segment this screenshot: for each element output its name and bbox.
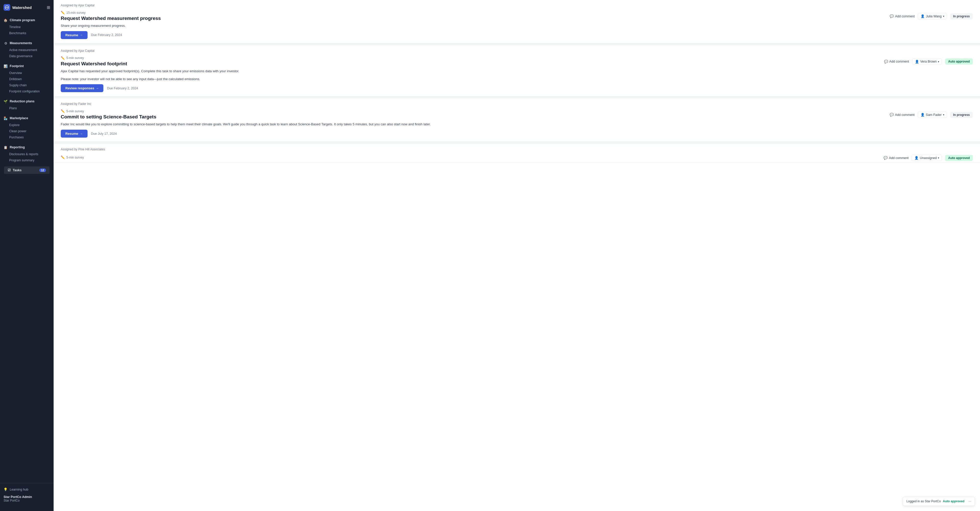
pencil-icon-4: ✏️ bbox=[61, 156, 65, 159]
task-1-add-comment[interactable]: 💬 Add comment bbox=[890, 14, 915, 18]
toast-logged-in-label: Logged in as Star PortCo bbox=[907, 500, 941, 503]
sidebar-item-active-measurement[interactable]: Active measurement bbox=[0, 47, 54, 53]
arrow-icon-1: → bbox=[80, 33, 83, 37]
sidebar-user: Star PortCo Admin Star PortCo bbox=[0, 493, 54, 505]
task-2-status: Auto approved bbox=[945, 59, 973, 65]
task-4-assignee[interactable]: 👤 Unassigned ▾ bbox=[912, 155, 942, 161]
task-3-due-date: Due July 17, 2024 bbox=[91, 132, 117, 135]
tasks-icon: ☑ bbox=[8, 168, 11, 172]
task-3-assignee[interactable]: 👤 Sam Fader ▾ bbox=[918, 111, 947, 118]
task-1-resume-button[interactable]: Resume → bbox=[61, 31, 88, 39]
task-2-assigned-by: Assigned by Ajax Capital bbox=[54, 45, 980, 53]
task-1-header: ✏️ 15-min survey Request Watershed measu… bbox=[54, 7, 980, 23]
sidebar-section-reporting: 📋 Reporting Disclosures & reports Progra… bbox=[0, 142, 54, 165]
task-card-4: Assigned by Pine Hill Associates ✏️ 5-mi… bbox=[54, 144, 980, 163]
task-2-actions: Review responses → Due February 2, 2024 bbox=[61, 84, 973, 92]
task-1-meta: 💬 Add comment 👤 Julia Wang ▾ In progress bbox=[890, 13, 973, 19]
pencil-icon-3: ✏️ bbox=[61, 109, 65, 113]
sidebar-item-drilldown[interactable]: Drilldown bbox=[0, 76, 54, 82]
pencil-icon-2: ✏️ bbox=[61, 56, 65, 60]
sidebar-section-reduction: 🌱 Reduction plans Plans bbox=[0, 96, 54, 113]
arrow-icon-2: → bbox=[96, 86, 99, 90]
task-1-title-area: ✏️ 15-min survey Request Watershed measu… bbox=[61, 11, 161, 22]
sidebar-item-tasks[interactable]: ☑ Tasks 12 bbox=[4, 166, 49, 174]
task-3-status: In progress bbox=[950, 112, 973, 118]
sidebar-item-explore[interactable]: Explore bbox=[0, 122, 54, 128]
sidebar-item-benchmarks[interactable]: Benchmarks bbox=[0, 30, 54, 36]
task-2-due-date: Due February 2, 2024 bbox=[107, 86, 138, 90]
sidebar-item-program-summary[interactable]: Program summary bbox=[0, 157, 54, 163]
sidebar-item-data-governance[interactable]: Data governance bbox=[0, 53, 54, 59]
sidebar-section-measurements: ⊙ Measurements Active measurement Data g… bbox=[0, 38, 54, 61]
task-2-assignee[interactable]: 👤 Vera Brown ▾ bbox=[912, 59, 942, 65]
leaf-icon: 🌱 bbox=[3, 99, 8, 103]
person-icon-1: 👤 bbox=[921, 14, 924, 18]
task-1-due-date: Due February 2, 2024 bbox=[91, 33, 122, 37]
sidebar-item-clean-power[interactable]: Clean power bbox=[0, 128, 54, 134]
comment-icon-4: 💬 bbox=[883, 156, 888, 160]
logged-in-toast: Logged in as Star PortCo Auto approved ·… bbox=[903, 497, 975, 506]
task-2-header: ✏️ 5-min survey Request Watershed footpr… bbox=[54, 53, 980, 68]
task-1-actions: Resume → Due February 2, 2024 bbox=[61, 31, 973, 39]
sidebar-logo-text: Watershed bbox=[12, 5, 32, 10]
task-3-title-area: ✏️ 5-min survey Commit to setting Scienc… bbox=[61, 109, 156, 120]
store-icon: 🏪 bbox=[3, 116, 8, 120]
sidebar-item-marketplace[interactable]: 🏪 Marketplace bbox=[0, 115, 54, 122]
comment-icon-2: 💬 bbox=[884, 60, 888, 64]
task-1-description: Share your ongoing measurement progress. bbox=[61, 23, 973, 29]
task-card-3: Assigned by Fader Inc ✏️ 5-min survey Co… bbox=[54, 99, 980, 142]
sidebar-item-footprint-config[interactable]: Footprint configuration bbox=[0, 88, 54, 94]
learning-hub-icon: 💡 bbox=[3, 487, 8, 491]
task-3-add-comment[interactable]: 💬 Add comment bbox=[890, 113, 915, 117]
task-3-survey-label: ✏️ 5-min survey bbox=[61, 109, 156, 113]
task-4-status: Auto approved bbox=[945, 155, 973, 161]
task-3-body: Fader Inc would like you to explore comm… bbox=[54, 122, 980, 142]
reporting-icon: 📋 bbox=[3, 145, 8, 149]
task-1-assigned-by: Assigned by Ajax Capital bbox=[54, 0, 980, 7]
sidebar-section-climate: 🏠 Climate program Timeline Benchmarks bbox=[0, 15, 54, 38]
task-2-title-area: ✏️ 5-min survey Request Watershed footpr… bbox=[61, 56, 127, 67]
sidebar-item-plans[interactable]: Plans bbox=[0, 105, 54, 111]
person-icon-4: 👤 bbox=[915, 156, 918, 160]
sidebar-item-timeline[interactable]: Timeline bbox=[0, 24, 54, 30]
task-2-review-button[interactable]: Review responses → bbox=[61, 84, 103, 92]
task-2-description2: Please note: your investor will not be a… bbox=[61, 76, 973, 82]
sidebar-section-footprint: 📊 Footprint Overview Drilldown Supply ch… bbox=[0, 61, 54, 96]
task-1-title: Request Watershed measurement progress bbox=[61, 16, 161, 21]
sidebar-item-supply-chain[interactable]: Supply chain bbox=[0, 82, 54, 88]
sidebar-item-learning-hub[interactable]: 💡 Learning hub bbox=[0, 486, 54, 493]
task-3-header: ✏️ 5-min survey Commit to setting Scienc… bbox=[54, 106, 980, 122]
task-2-body: Ajax Capital has requested your approved… bbox=[54, 68, 980, 97]
sidebar-item-measurements[interactable]: ⊙ Measurements bbox=[0, 39, 54, 47]
gauge-icon: ⊙ bbox=[3, 41, 8, 45]
separator-2 bbox=[54, 97, 980, 99]
task-1-body: Share your ongoing measurement progress.… bbox=[54, 23, 980, 43]
sidebar-item-disclosures[interactable]: Disclosures & reports bbox=[0, 151, 54, 157]
task-4-add-comment[interactable]: 💬 Add comment bbox=[883, 156, 908, 160]
toast-more-options[interactable]: ··· bbox=[969, 500, 971, 503]
arrow-icon-3: → bbox=[80, 132, 83, 135]
sidebar-item-purchases[interactable]: Purchases bbox=[0, 134, 54, 140]
sidebar-item-footprint[interactable]: 📊 Footprint bbox=[0, 62, 54, 70]
task-2-add-comment[interactable]: 💬 Add comment bbox=[884, 60, 909, 64]
sidebar-item-reduction-plans[interactable]: 🌱 Reduction plans bbox=[0, 97, 54, 105]
task-1-assignee[interactable]: 👤 Julia Wang ▾ bbox=[918, 13, 947, 19]
task-3-resume-button[interactable]: Resume → bbox=[61, 130, 88, 138]
task-3-title: Commit to setting Science-Based Targets bbox=[61, 114, 156, 120]
task-4-meta: 💬 Add comment 👤 Unassigned ▾ Auto approv… bbox=[883, 155, 973, 161]
task-3-assigned-by: Assigned by Fader Inc bbox=[54, 99, 980, 106]
home-icon: 🏠 bbox=[3, 18, 8, 22]
comment-icon-1: 💬 bbox=[890, 14, 894, 18]
sidebar-logo[interactable]: Watershed ⊞ bbox=[0, 0, 54, 15]
sidebar-section-marketplace: 🏪 Marketplace Explore Clean power Purcha… bbox=[0, 113, 54, 142]
chevron-icon-1: ▾ bbox=[943, 15, 944, 18]
task-4-title-area: ✏️ 5-min survey bbox=[61, 156, 84, 160]
task-2-survey-label: ✏️ 5-min survey bbox=[61, 56, 127, 60]
sidebar-item-reporting[interactable]: 📋 Reporting bbox=[0, 143, 54, 151]
tasks-label: Tasks bbox=[13, 169, 22, 172]
task-4-survey-label: ✏️ 5-min survey bbox=[61, 156, 84, 159]
task-card-2: Assigned by Ajax Capital ✏️ 5-min survey… bbox=[54, 45, 980, 97]
sidebar: Watershed ⊞ 🏠 Climate program Timeline B… bbox=[0, 0, 54, 511]
sidebar-item-overview[interactable]: Overview bbox=[0, 70, 54, 76]
sidebar-item-climate-program[interactable]: 🏠 Climate program bbox=[0, 16, 54, 24]
